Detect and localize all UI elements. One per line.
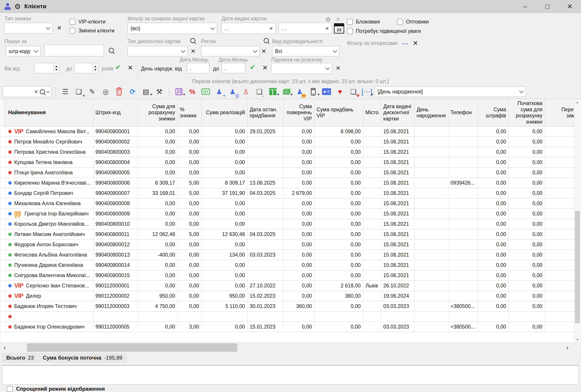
clear-x-icon[interactable]: [325, 25, 329, 31]
sort-field-combo[interactable]: [День народження]: [375, 86, 526, 97]
clipboard-icon[interactable]: ▤: [140, 86, 152, 97]
clear-x-icon[interactable]: [34, 89, 38, 95]
grid-search-input[interactable]: [3, 86, 52, 97]
attention-checkbox[interactable]: [347, 28, 353, 34]
tools-icon[interactable]: ⚒: [154, 86, 165, 97]
scroll-left-button[interactable]: ‹: [0, 343, 9, 352]
save-icon[interactable]: [173, 86, 184, 97]
table-row[interactable]: Михалкова Алла Євгеніївна9904008000080,0…: [2, 198, 578, 209]
add-record-icon[interactable]: ❏+: [73, 86, 84, 97]
discount-card-clear-button[interactable]: [191, 48, 196, 55]
settings-gear-icon[interactable]: ⚙: [14, 3, 21, 10]
column-header-pered[interactable]: Пере, зам: [545, 99, 578, 127]
vertical-scrollbar[interactable]: ▲ ▼: [574, 99, 580, 343]
phone-icon[interactable]: [308, 86, 319, 97]
age-to-spinner[interactable]: [74, 63, 98, 73]
wholesale-checkbox[interactable]: [397, 19, 403, 25]
column-header-data_ostan[interactable]: Дата остан. придбання: [247, 99, 283, 127]
spinner-arrows-icon[interactable]: [92, 64, 98, 73]
card-issue-filter-combo[interactable]: (всі): [128, 23, 217, 34]
filter-icon[interactable]: ☰: [60, 86, 71, 97]
age-apply-button[interactable]: [115, 63, 121, 71]
subscription-combo[interactable]: [271, 63, 332, 74]
column-header-suma_real[interactable]: Сума реалізацій: [202, 99, 247, 127]
column-header-shtraf[interactable]: Сума штрафів: [478, 99, 508, 127]
discount-card-icon[interactable]: [200, 86, 211, 97]
age-clear-button[interactable]: [128, 64, 133, 71]
birthday-to-field[interactable]: .: [222, 63, 245, 73]
table-row[interactable]: VIPДилер990112000002950,000,00950,0015.0…: [2, 291, 578, 301]
column-header-data_vyd[interactable]: Дата видачі дисконтної картки: [381, 99, 414, 127]
vertical-scroll-thumb[interactable]: [575, 211, 580, 323]
cards-stack-icon[interactable]: [281, 86, 292, 97]
search-icon[interactable]: [40, 89, 45, 94]
refresh-icon[interactable]: ⟳: [127, 86, 138, 97]
notes-box[interactable]: [2, 365, 579, 385]
client-message-icon[interactable]: ♟...: [294, 86, 305, 97]
birthday-from-field[interactable]: .: [187, 63, 209, 73]
clear-x-icon[interactable]: [269, 25, 273, 31]
delete-record-icon[interactable]: [114, 86, 125, 97]
horizontal-scroll-thumb[interactable]: [27, 343, 237, 352]
subscription-clear-button[interactable]: [336, 65, 341, 72]
interests-ellipsis-button[interactable]: ...: [402, 39, 409, 46]
column-header-name[interactable]: Найменування: [6, 99, 93, 127]
search-input[interactable]: [44, 45, 104, 56]
table-row[interactable]: Петров Михайло Сергійович9904008000020,0…: [2, 137, 578, 147]
scroll-up-button[interactable]: ▲: [574, 99, 580, 105]
client-settings-icon[interactable]: ♟{}: [227, 86, 238, 97]
column-header-misto[interactable]: Місто: [363, 99, 381, 127]
table-row[interactable]: Купцова Тетяна Іванівна9904008000040,000…: [2, 157, 578, 168]
table-row[interactable]: Григор'єв Ігор Валерійович9904008000090,…: [2, 209, 578, 219]
table-row[interactable]: Федоров Антон Борисович9904008000120,000…: [2, 240, 578, 250]
export-client-icon[interactable]: ❏←: [254, 86, 265, 97]
client-outline-icon[interactable]: ♙: [240, 86, 252, 97]
calendar-icon[interactable]: 23: [334, 23, 344, 33]
search-button[interactable]: [106, 45, 116, 55]
search-by-combo[interactable]: штр-коду: [6, 46, 40, 56]
responsibility-combo[interactable]: Всі: [272, 46, 339, 56]
table-row[interactable]: Птиця Ірина Анатоліївна9904008000050,000…: [2, 168, 578, 178]
contact-card-icon[interactable]: [321, 86, 332, 97]
table-row[interactable]: Баданюк Игорян Тестович9901120000034 750…: [2, 301, 578, 312]
table-row[interactable]: Литвин Максим Анатолійович99040080001112…: [2, 229, 578, 240]
discount-percent-icon[interactable]: %: [187, 86, 198, 97]
vip-clients-checkbox[interactable]: [70, 19, 76, 25]
discount-type-combo[interactable]: [4, 23, 52, 33]
table-row[interactable]: Кириленко Марина В'ячеславі...9904008000…: [2, 178, 578, 188]
view-record-icon[interactable]: ◎: [100, 86, 111, 97]
column-header-pct[interactable]: % знижки: [178, 99, 202, 127]
interests-clear-button[interactable]: [413, 39, 418, 47]
column-header-barcode[interactable]: Штрих-код: [93, 99, 138, 127]
column-header-pochatkova[interactable]: Початкова сума для розрахунку знижки: [508, 99, 545, 127]
add-client-icon[interactable]: ♟+: [214, 86, 225, 97]
edit-record-icon[interactable]: ✎: [86, 86, 98, 97]
column-header-povern_vip[interactable]: Сума повернень VIP: [283, 99, 314, 127]
column-header-telefon[interactable]: Телефон: [448, 99, 478, 127]
region-combo[interactable]: [201, 46, 260, 56]
close-button[interactable]: ✕: [563, 2, 577, 10]
scroll-right-button[interactable]: ›: [563, 343, 572, 352]
table-row[interactable]: VIPСамойленко Микола Вікт...990400800001…: [2, 127, 578, 137]
table-row[interactable]: Бондар Сергій Петрович99040080000733 169…: [2, 188, 578, 198]
simple-mode-checkbox[interactable]: [7, 386, 13, 392]
discount-type-clear-button[interactable]: [57, 24, 62, 31]
table-row[interactable]: Гладких Марія Сергіївна99011200000450 50…: [2, 312, 578, 322]
horizontal-scroll-track[interactable]: [9, 343, 563, 353]
scroll-down-button[interactable]: ▼: [574, 336, 580, 343]
table-row[interactable]: Снігурова Валентина Миколаї...9904008000…: [2, 270, 578, 281]
age-from-spinner[interactable]: [34, 63, 60, 73]
transfer-client-icon[interactable]: ❏✥: [348, 86, 359, 97]
region-clear-button[interactable]: [262, 48, 266, 55]
table-row[interactable]: Петрова Христина Олексіївна9904008000030…: [2, 147, 578, 157]
horizontal-scrollbar[interactable]: ‹ ›: [0, 342, 580, 353]
column-header-prydban_vip[interactable]: Сума придбань VIP: [314, 99, 363, 127]
birthday-apply-button[interactable]: [250, 63, 256, 71]
table-row[interactable]: Баданюк Ігор Олександрович9901120000050,…: [2, 322, 578, 332]
maximize-button[interactable]: □: [540, 3, 554, 10]
columns-icon[interactable]: [⋯]: [361, 86, 372, 97]
birthday-clear-button[interactable]: [262, 64, 268, 71]
responsibility-search-icon[interactable]: [261, 35, 271, 46]
discount-card-search-icon[interactable]: [188, 35, 198, 46]
date-filter-clear-icon[interactable]: [336, 16, 340, 22]
